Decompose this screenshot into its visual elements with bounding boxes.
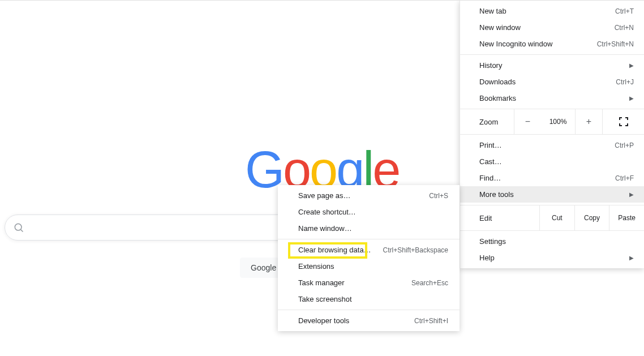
submenu-name-window[interactable]: Name window… — [278, 220, 460, 237]
menu-downloads[interactable]: Downloads Ctrl+J — [460, 74, 644, 90]
menu-help[interactable]: Help ▶ — [460, 250, 644, 266]
menu-history[interactable]: History ▶ — [460, 57, 644, 74]
menu-label: New Incognito window — [479, 40, 552, 48]
menu-label: History — [479, 61, 502, 70]
zoom-row: Zoom − 100% + — [460, 109, 644, 134]
menu-label: Help — [479, 254, 495, 262]
submenu-developer-tools[interactable]: Developer tools Ctrl+Shift+I — [278, 312, 460, 329]
zoom-in-button[interactable]: + — [575, 109, 602, 134]
chrome-main-menu: New tab Ctrl+T New window Ctrl+N New Inc… — [460, 1, 644, 268]
chevron-right-icon: ▶ — [629, 62, 634, 68]
menu-more-tools[interactable]: More tools ▶ — [460, 186, 644, 203]
menu-label: Name window… — [298, 224, 352, 233]
copy-button[interactable]: Copy — [574, 205, 609, 230]
menu-label: New tab — [479, 7, 506, 15]
menu-settings[interactable]: Settings — [460, 233, 644, 250]
submenu-save-page[interactable]: Save page as… Ctrl+S — [278, 187, 460, 204]
menu-label: Task manager — [298, 278, 345, 287]
edit-label: Edit — [460, 205, 539, 230]
menu-bookmarks[interactable]: Bookmarks ▶ — [460, 90, 644, 106]
menu-shortcut: Ctrl+Shift+I — [414, 317, 448, 325]
zoom-value: 100% — [541, 118, 575, 126]
menu-shortcut: Ctrl+N — [615, 24, 634, 32]
separator — [278, 310, 460, 310]
fullscreen-icon — [619, 117, 628, 126]
menu-label: Save page as… — [298, 191, 351, 200]
more-tools-submenu: Save page as… Ctrl+S Create shortcut… Na… — [278, 185, 460, 331]
menu-label: Extensions — [298, 262, 334, 271]
menu-label: More tools — [479, 190, 514, 199]
menu-label: Print… — [479, 141, 502, 149]
paste-button[interactable]: Paste — [609, 205, 644, 230]
menu-shortcut: Ctrl+T — [615, 7, 634, 15]
submenu-task-manager[interactable]: Task manager Search+Esc — [278, 274, 460, 291]
submenu-create-shortcut[interactable]: Create shortcut… — [278, 204, 460, 220]
svg-line-2 — [21, 230, 23, 232]
menu-label: Create shortcut… — [298, 208, 356, 216]
menu-find[interactable]: Find… Ctrl+F — [460, 170, 644, 186]
menu-label: Bookmarks — [479, 94, 516, 102]
fullscreen-button[interactable] — [602, 109, 644, 134]
zoom-label: Zoom — [460, 118, 514, 126]
separator — [278, 239, 460, 239]
menu-label: Cast… — [479, 157, 502, 166]
cut-button[interactable]: Cut — [539, 205, 574, 230]
menu-label: Find… — [479, 174, 501, 182]
menu-shortcut: Search+Esc — [411, 279, 448, 287]
menu-shortcut: Ctrl+F — [615, 174, 634, 182]
menu-incognito[interactable]: New Incognito window Ctrl+Shift+N — [460, 36, 644, 52]
chevron-right-icon: ▶ — [629, 95, 634, 101]
submenu-extensions[interactable]: Extensions — [278, 258, 460, 274]
menu-shortcut: Ctrl+Shift+Backspace — [383, 246, 448, 254]
menu-new-window[interactable]: New window Ctrl+N — [460, 19, 644, 36]
svg-point-1 — [15, 224, 22, 230]
menu-label: Developer tools — [298, 316, 349, 325]
menu-label: Take screenshot — [298, 295, 352, 303]
submenu-clear-browsing-data[interactable]: Clear browsing data… Ctrl+Shift+Backspac… — [278, 242, 460, 258]
chevron-right-icon: ▶ — [629, 255, 634, 261]
search-icon — [13, 222, 24, 233]
menu-label: Settings — [479, 237, 506, 246]
menu-new-tab[interactable]: New tab Ctrl+T — [460, 3, 644, 19]
menu-shortcut: Ctrl+J — [616, 78, 634, 86]
menu-shortcut: Ctrl+Shift+N — [597, 40, 634, 48]
menu-shortcut: Ctrl+S — [429, 192, 448, 200]
menu-label: New window — [479, 23, 521, 32]
menu-label: Clear browsing data… — [298, 246, 371, 254]
submenu-take-screenshot[interactable]: Take screenshot — [278, 291, 460, 307]
edit-row: Edit Cut Copy Paste — [460, 205, 644, 230]
menu-shortcut: Ctrl+P — [615, 141, 634, 149]
zoom-out-button[interactable]: − — [514, 109, 541, 134]
chevron-right-icon: ▶ — [629, 191, 634, 198]
menu-cast[interactable]: Cast… — [460, 153, 644, 170]
menu-print[interactable]: Print… Ctrl+P — [460, 137, 644, 153]
menu-label: Downloads — [479, 78, 516, 86]
